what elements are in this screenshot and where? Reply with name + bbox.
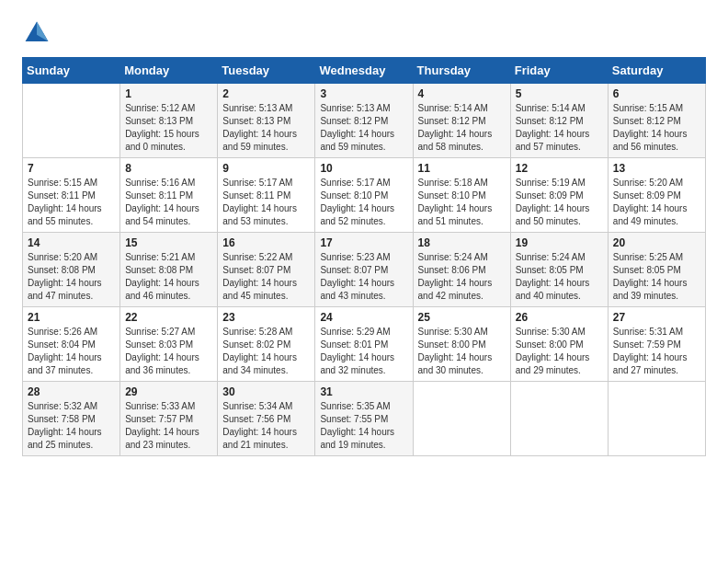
- day-info: Sunrise: 5:18 AM Sunset: 8:10 PM Dayligh…: [418, 177, 506, 228]
- calendar-cell: 18Sunrise: 5:24 AM Sunset: 8:06 PM Dayli…: [413, 233, 510, 307]
- day-number: 3: [320, 87, 407, 100]
- calendar-table: SundayMondayTuesdayWednesdayThursdayFrid…: [22, 57, 706, 456]
- calendar-cell: 23Sunrise: 5:28 AM Sunset: 8:02 PM Dayli…: [218, 307, 315, 382]
- weekday-header: Wednesday: [315, 58, 413, 84]
- day-number: 16: [222, 236, 310, 249]
- weekday-header: Tuesday: [218, 58, 315, 84]
- calendar-week-row: 21Sunrise: 5:26 AM Sunset: 8:04 PM Dayli…: [23, 307, 706, 382]
- calendar-cell: 25Sunrise: 5:30 AM Sunset: 8:00 PM Dayli…: [413, 307, 510, 382]
- day-info: Sunrise: 5:23 AM Sunset: 8:07 PM Dayligh…: [320, 251, 407, 303]
- day-number: 26: [516, 311, 603, 324]
- day-info: Sunrise: 5:24 AM Sunset: 8:05 PM Dayligh…: [516, 251, 603, 303]
- day-number: 14: [28, 236, 115, 249]
- day-number: 17: [320, 236, 407, 249]
- calendar-header-row: SundayMondayTuesdayWednesdayThursdayFrid…: [23, 58, 706, 84]
- calendar-cell: 15Sunrise: 5:21 AM Sunset: 8:08 PM Dayli…: [120, 233, 218, 307]
- calendar-cell: [608, 382, 705, 456]
- day-info: Sunrise: 5:31 AM Sunset: 7:59 PM Dayligh…: [613, 326, 700, 377]
- day-info: Sunrise: 5:25 AM Sunset: 8:05 PM Dayligh…: [613, 251, 700, 303]
- logo: [22, 18, 57, 48]
- calendar-cell: 14Sunrise: 5:20 AM Sunset: 8:08 PM Dayli…: [23, 233, 120, 307]
- calendar-cell: 27Sunrise: 5:31 AM Sunset: 7:59 PM Dayli…: [608, 307, 705, 382]
- calendar-cell: 3Sunrise: 5:13 AM Sunset: 8:12 PM Daylig…: [315, 84, 413, 158]
- day-info: Sunrise: 5:15 AM Sunset: 8:11 PM Dayligh…: [28, 177, 115, 228]
- day-number: 31: [320, 385, 407, 398]
- weekday-header: Friday: [510, 58, 608, 84]
- calendar-cell: 21Sunrise: 5:26 AM Sunset: 8:04 PM Dayli…: [23, 307, 120, 382]
- day-info: Sunrise: 5:32 AM Sunset: 7:58 PM Dayligh…: [28, 400, 115, 452]
- calendar-week-row: 28Sunrise: 5:32 AM Sunset: 7:58 PM Dayli…: [23, 382, 706, 456]
- day-number: 20: [613, 236, 700, 249]
- weekday-header: Monday: [120, 58, 218, 84]
- day-info: Sunrise: 5:27 AM Sunset: 8:03 PM Dayligh…: [125, 326, 212, 377]
- calendar-cell: 6Sunrise: 5:15 AM Sunset: 8:12 PM Daylig…: [608, 84, 705, 158]
- calendar-cell: 13Sunrise: 5:20 AM Sunset: 8:09 PM Dayli…: [608, 158, 705, 233]
- calendar-week-row: 14Sunrise: 5:20 AM Sunset: 8:08 PM Dayli…: [23, 233, 706, 307]
- calendar-cell: 30Sunrise: 5:34 AM Sunset: 7:56 PM Dayli…: [218, 382, 315, 456]
- day-info: Sunrise: 5:28 AM Sunset: 8:02 PM Dayligh…: [222, 326, 310, 377]
- calendar-cell: 4Sunrise: 5:14 AM Sunset: 8:12 PM Daylig…: [413, 84, 510, 158]
- day-number: 19: [516, 236, 603, 249]
- day-number: 25: [418, 311, 506, 324]
- day-number: 8: [125, 162, 212, 175]
- day-info: Sunrise: 5:24 AM Sunset: 8:06 PM Dayligh…: [418, 251, 506, 303]
- calendar-cell: 17Sunrise: 5:23 AM Sunset: 8:07 PM Dayli…: [315, 233, 413, 307]
- day-info: Sunrise: 5:30 AM Sunset: 8:00 PM Dayligh…: [418, 326, 506, 377]
- day-number: 21: [28, 311, 115, 324]
- calendar-cell: 16Sunrise: 5:22 AM Sunset: 8:07 PM Dayli…: [218, 233, 315, 307]
- day-info: Sunrise: 5:17 AM Sunset: 8:11 PM Dayligh…: [222, 177, 310, 228]
- calendar-cell: 10Sunrise: 5:17 AM Sunset: 8:10 PM Dayli…: [315, 158, 413, 233]
- day-number: 4: [418, 87, 506, 100]
- day-info: Sunrise: 5:20 AM Sunset: 8:08 PM Dayligh…: [28, 251, 115, 303]
- day-info: Sunrise: 5:13 AM Sunset: 8:12 PM Dayligh…: [320, 102, 407, 154]
- day-number: 28: [28, 385, 115, 398]
- day-number: 24: [320, 311, 407, 324]
- day-info: Sunrise: 5:34 AM Sunset: 7:56 PM Dayligh…: [222, 400, 310, 452]
- day-number: 29: [125, 385, 212, 398]
- day-number: 12: [516, 162, 603, 175]
- calendar-cell: 24Sunrise: 5:29 AM Sunset: 8:01 PM Dayli…: [315, 307, 413, 382]
- day-info: Sunrise: 5:19 AM Sunset: 8:09 PM Dayligh…: [516, 177, 603, 228]
- calendar-cell: 19Sunrise: 5:24 AM Sunset: 8:05 PM Dayli…: [510, 233, 608, 307]
- day-number: 2: [222, 87, 310, 100]
- calendar-week-row: 7Sunrise: 5:15 AM Sunset: 8:11 PM Daylig…: [23, 158, 706, 233]
- day-number: 5: [516, 87, 603, 100]
- day-number: 7: [28, 162, 115, 175]
- day-info: Sunrise: 5:30 AM Sunset: 8:00 PM Dayligh…: [516, 326, 603, 377]
- day-info: Sunrise: 5:13 AM Sunset: 8:13 PM Dayligh…: [222, 102, 310, 154]
- calendar-cell: [510, 382, 608, 456]
- day-info: Sunrise: 5:29 AM Sunset: 8:01 PM Dayligh…: [320, 326, 407, 377]
- calendar-cell: 1Sunrise: 5:12 AM Sunset: 8:13 PM Daylig…: [120, 84, 218, 158]
- calendar-cell: 28Sunrise: 5:32 AM Sunset: 7:58 PM Dayli…: [23, 382, 120, 456]
- calendar-cell: 8Sunrise: 5:16 AM Sunset: 8:11 PM Daylig…: [120, 158, 218, 233]
- day-number: 10: [320, 162, 407, 175]
- calendar-cell: 2Sunrise: 5:13 AM Sunset: 8:13 PM Daylig…: [218, 84, 315, 158]
- day-info: Sunrise: 5:16 AM Sunset: 8:11 PM Dayligh…: [125, 177, 212, 228]
- day-number: 11: [418, 162, 506, 175]
- day-number: 9: [222, 162, 310, 175]
- day-number: 6: [613, 87, 700, 100]
- calendar-week-row: 1Sunrise: 5:12 AM Sunset: 8:13 PM Daylig…: [23, 84, 706, 158]
- page-header: [22, 18, 706, 48]
- calendar-cell: 5Sunrise: 5:14 AM Sunset: 8:12 PM Daylig…: [510, 84, 608, 158]
- calendar-cell: 31Sunrise: 5:35 AM Sunset: 7:55 PM Dayli…: [315, 382, 413, 456]
- day-info: Sunrise: 5:12 AM Sunset: 8:13 PM Dayligh…: [125, 102, 212, 154]
- weekday-header: Sunday: [23, 58, 120, 84]
- day-info: Sunrise: 5:22 AM Sunset: 8:07 PM Dayligh…: [222, 251, 310, 303]
- calendar-cell: 26Sunrise: 5:30 AM Sunset: 8:00 PM Dayli…: [510, 307, 608, 382]
- calendar-cell: 12Sunrise: 5:19 AM Sunset: 8:09 PM Dayli…: [510, 158, 608, 233]
- calendar-cell: 7Sunrise: 5:15 AM Sunset: 8:11 PM Daylig…: [23, 158, 120, 233]
- calendar-cell: [23, 84, 120, 158]
- day-info: Sunrise: 5:35 AM Sunset: 7:55 PM Dayligh…: [320, 400, 407, 452]
- day-number: 1: [125, 87, 212, 100]
- weekday-header: Thursday: [413, 58, 510, 84]
- weekday-header: Saturday: [608, 58, 705, 84]
- day-number: 23: [222, 311, 310, 324]
- calendar-cell: 22Sunrise: 5:27 AM Sunset: 8:03 PM Dayli…: [120, 307, 218, 382]
- logo-icon: [22, 18, 51, 48]
- day-info: Sunrise: 5:14 AM Sunset: 8:12 PM Dayligh…: [418, 102, 506, 154]
- day-number: 22: [125, 311, 212, 324]
- day-number: 27: [613, 311, 700, 324]
- calendar-cell: 20Sunrise: 5:25 AM Sunset: 8:05 PM Dayli…: [608, 233, 705, 307]
- day-info: Sunrise: 5:33 AM Sunset: 7:57 PM Dayligh…: [125, 400, 212, 452]
